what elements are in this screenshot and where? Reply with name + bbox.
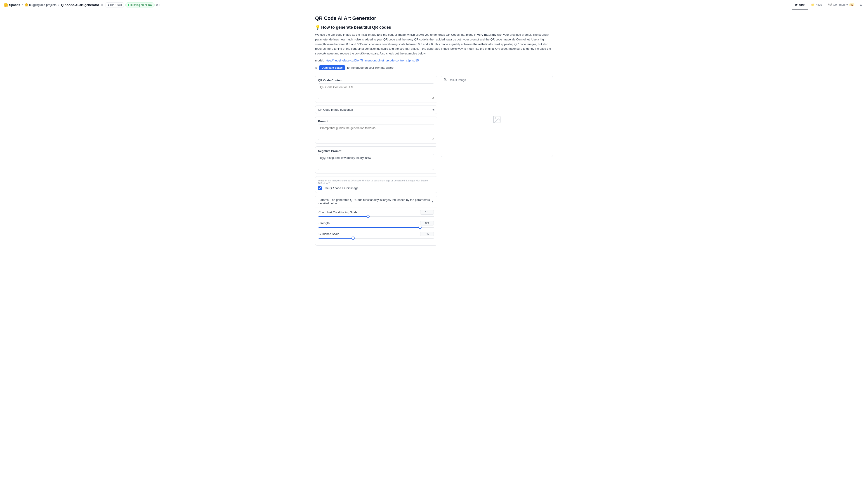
desc-bold2: very naturally — [477, 33, 496, 36]
checkbox-label: Use QR code as init image — [323, 186, 359, 190]
repo-name[interactable]: QR-code-AI-art-generator — [61, 3, 99, 7]
copy-button[interactable]: ⧉ — [100, 3, 104, 7]
desc-em1: strength — [315, 52, 326, 55]
spaces-logo[interactable]: 🤗 Spaces — [4, 3, 20, 7]
controlnet-param-value[interactable]: 1.1 — [420, 210, 434, 215]
controlnet-param-label: Controlnet Conditioning Scale — [318, 210, 358, 214]
guidance-slider-thumb[interactable] — [351, 236, 355, 240]
like-count: 1.66k — [115, 3, 122, 6]
guidance-slider-fill — [318, 238, 353, 238]
qr-image-label: QR Code Image (Optional) — [318, 108, 353, 111]
prompt-group: Prompt — [315, 117, 437, 144]
running-label: Running on ZERO — [130, 3, 152, 6]
strength-slider-fill — [318, 227, 420, 228]
params-body: Controlnet Conditioning Scale 1.1 — [315, 207, 437, 246]
controlnet-slider-container[interactable] — [318, 216, 434, 217]
params-label: Params: The generated QR Code functional… — [318, 198, 431, 205]
tab-community-label: Community — [833, 3, 848, 6]
running-dot — [128, 4, 129, 6]
running-badge: Running on ZERO — [125, 2, 155, 7]
strength-param-row: Strength 0.9 — [318, 221, 434, 228]
negative-prompt-textarea[interactable]: ugly, disfigured, low quality, blurry, n… — [318, 154, 434, 170]
org-name: huggingface-projects — [29, 3, 57, 6]
duplicate-space-button[interactable]: Duplicate Space — [319, 65, 345, 70]
duplicate-suffix: for no queue on your own hardware. — [347, 66, 395, 69]
community-icon: 💬 — [828, 3, 832, 6]
org-emoji: 🤗 — [25, 3, 28, 6]
strength-param-header: Strength 0.9 — [318, 221, 434, 225]
like-label: like — [110, 3, 114, 6]
checkbox-row: Use QR code as init image — [318, 186, 434, 190]
description-paragraph: We use the QR code image as the initial … — [315, 33, 553, 56]
prompt-textarea[interactable] — [318, 124, 434, 140]
use-qr-checkbox[interactable] — [318, 186, 322, 190]
result-body — [441, 84, 553, 157]
image-placeholder-icon — [492, 115, 501, 126]
spaces-label: Spaces — [9, 3, 20, 7]
qr-image-collapsible[interactable]: QR Code Image (Optional) ◀ — [315, 105, 437, 114]
qr-content-textarea[interactable] — [318, 84, 434, 99]
qr-content-group: QR Code Content — [315, 76, 437, 103]
right-panel: 🖼 Result Image — [441, 76, 553, 157]
section-heading: 💡 How to generate beautiful QR codes — [315, 25, 553, 30]
tab-app-label: App — [799, 3, 804, 6]
guidance-param-row: Guidance Scale 7.5 — [318, 232, 434, 239]
duplicate-icon: ⧉ — [315, 66, 317, 70]
controlnet-slider-fill — [318, 216, 368, 217]
org-link[interactable]: 🤗 huggingface-projects — [25, 3, 57, 6]
qr-image-chevron: ◀ — [432, 108, 434, 111]
header: 🤗 Spaces / 🤗 huggingface-projects / QR-c… — [0, 0, 868, 10]
tab-files-label: Files — [816, 3, 822, 6]
header-nav: ▶ App 📁 Files 💬 Community 40 ⚙ — [792, 0, 864, 9]
model-url-link[interactable]: https://huggingface.co/DionTimmer/contro… — [325, 59, 419, 62]
desc-text4: value and reduce the — [327, 52, 355, 55]
tab-community[interactable]: 💬 Community 40 — [825, 0, 858, 9]
strength-slider-track — [318, 227, 434, 228]
result-label: Result Image — [449, 78, 466, 82]
breadcrumb-sep2: / — [58, 3, 59, 7]
strength-slider-container[interactable] — [318, 227, 434, 228]
negative-prompt-label: Negative Prompt — [318, 149, 434, 153]
params-chevron: ▼ — [431, 200, 434, 203]
controlnet-param-row: Controlnet Conditioning Scale 1.1 — [318, 210, 434, 217]
main-content: QR Code AI Art Generator 💡 How to genera… — [310, 10, 558, 251]
heart-icon: ♥ — [107, 3, 109, 6]
result-header: 🖼 Result Image — [441, 76, 553, 84]
desc-text5: scale. Also check out the examples below… — [371, 52, 426, 55]
files-icon: 📁 — [811, 3, 815, 6]
tab-app[interactable]: ▶ App — [792, 0, 808, 9]
community-count: 40 — [849, 3, 855, 6]
duplicate-row: ⧉ Duplicate Space for no queue on your o… — [315, 65, 553, 70]
settings-icon[interactable]: ⚙ — [858, 1, 864, 9]
guidance-param-header: Guidance Scale 7.5 — [318, 232, 434, 236]
left-panel: QR Code Content QR Code Image (Optional)… — [315, 76, 437, 246]
params-section: Params: The generated QR Code functional… — [315, 196, 437, 246]
like-button[interactable]: ♥ like 1.66k — [105, 2, 124, 7]
build-count: ✕ 1 — [156, 3, 160, 6]
strength-slider-thumb[interactable] — [418, 226, 422, 229]
desc-em2: conditioning — [355, 52, 370, 55]
desc-bold1: and — [377, 33, 382, 36]
strength-param-label: Strength — [318, 221, 330, 225]
breadcrumb-sep: / — [22, 3, 23, 7]
page-title: QR Code AI Art Generator — [315, 15, 553, 21]
guidance-param-value[interactable]: 7.5 — [420, 232, 434, 236]
svg-point-1 — [495, 118, 496, 119]
result-image-icon: 🖼 — [444, 78, 447, 82]
controlnet-param-header: Controlnet Conditioning Scale 1.1 — [318, 210, 434, 215]
guidance-slider-container[interactable] — [318, 238, 434, 239]
params-header[interactable]: Params: The generated QR Code functional… — [315, 196, 437, 207]
controlnet-slider-thumb[interactable] — [366, 215, 370, 218]
build-badge: ✕ 1 — [156, 3, 160, 6]
spaces-emoji: 🤗 — [4, 3, 8, 7]
tab-files[interactable]: 📁 Files — [808, 0, 825, 9]
checkbox-group: Whether init image should be QR code. Un… — [315, 176, 437, 193]
checkbox-hint: Whether init image should be QR code. Un… — [318, 179, 434, 185]
desc-text1: We use the QR code image as the initial … — [315, 33, 377, 36]
app-layout: QR Code Content QR Code Image (Optional)… — [315, 76, 553, 246]
guidance-slider-track — [318, 238, 434, 238]
controlnet-slider-track — [318, 216, 434, 217]
prompt-label: Prompt — [318, 120, 434, 123]
strength-param-value[interactable]: 0.9 — [420, 221, 434, 225]
negative-prompt-group: Negative Prompt ugly, disfigured, low qu… — [315, 147, 437, 173]
